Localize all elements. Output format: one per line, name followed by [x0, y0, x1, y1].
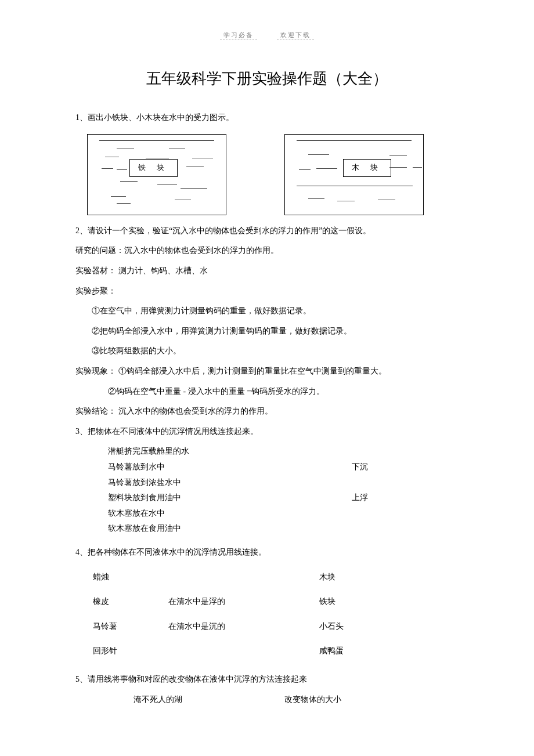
q4-c3-1: 木块 [319, 570, 389, 585]
q2-phenomena: 实验现象： ①钩码全部浸入水中后，测力计测量到的重量比在空气中测量到的重量大。 [75, 364, 459, 379]
header-left: 学习必备 [220, 31, 257, 39]
q4-c1-4: 回形针 [93, 643, 168, 659]
q2-apparatus-text: 测力计、钩码、水槽、水 [116, 266, 208, 275]
q3-left-1: 潜艇挤完压载舱里的水 [108, 444, 352, 460]
q2-conclusion-text: 沉入水中的物体也会受到水的浮力的作用。 [116, 407, 273, 415]
q4-c3-4: 咸鸭蛋 [319, 643, 389, 659]
page-header: 学习必备 欢迎下载 [75, 29, 459, 41]
q4-c2-2: 在清水中是浮的 [168, 594, 319, 610]
q4-c2-1 [168, 570, 319, 585]
q2-phenomena-1: ①钩码全部浸入水中后，测力计测量到的重量比在空气中测量到的重量大。 [116, 367, 387, 375]
q2-apparatus-label: 实验器材： [75, 266, 116, 275]
page-title: 五年级科学下册实验操作题（大全） [75, 64, 459, 93]
q2-step-2: ②把钩码全部浸入水中，用弹簧测力计测量钩码的重量，做好数据记录。 [75, 324, 459, 339]
q3-left-2: 马铃薯放到水中 [108, 460, 352, 475]
q2-step-3: ③比较两组数据的大小。 [75, 343, 459, 359]
q3-left-4: 塑料块放到食用油中 [108, 490, 352, 506]
q4-c1-3: 马铃薯 [93, 619, 168, 635]
q2-phenomena-2: ②钩码在空气中重量 - 浸入水中的重量 =钩码所受水的浮力。 [75, 384, 459, 400]
q2-conclusion-label: 实验结论： [75, 407, 116, 415]
q5-prompt: 5、请用线将事物和对应的改变物体在液体中沉浮的方法连接起来 [75, 672, 459, 688]
q4-grid: 蜡烛 木块 橡皮 在清水中是浮的 铁块 马铃薯 在清水中是沉的 小石头 回形针 … [75, 565, 459, 664]
q3-left-6: 软木塞放在食用油中 [108, 521, 352, 537]
q3-left-5: 软木塞放在水中 [108, 506, 352, 522]
diagram-iron-label: 铁 块 [129, 159, 178, 177]
q2-apparatus: 实验器材： 测力计、钩码、水槽、水 [75, 263, 459, 279]
q2-problem-text: 沉入水中的物体也会受到水的浮力的作用。 [124, 246, 279, 255]
document-page: 学习必备 欢迎下载 五年级科学下册实验操作题（大全） 1、画出小铁块、小木块在水… [0, 0, 534, 742]
q4-c1-2: 橡皮 [93, 594, 168, 610]
q2-step-1: ①在空气中，用弹簧测力计测量钩码的重量，做好数据记录。 [75, 303, 459, 319]
q5-row: 淹不死人的湖 改变物体的大小 [75, 692, 459, 708]
q4-c2-3: 在清水中是沉的 [168, 619, 319, 635]
q3-right-2: 上浮 [352, 490, 368, 506]
q2-phenomena-label: 实验现象： [75, 367, 116, 375]
q4-c3-3: 小石头 [319, 619, 389, 635]
q3-list: 潜艇挤完压载舱里的水 马铃薯放到水中下沉 马铃薯放到浓盐水中 塑料块放到食用油中… [75, 444, 459, 537]
diagram-wood: 木 块 [284, 134, 424, 215]
q5-left: 淹不死人的湖 [134, 692, 284, 708]
header-right: 欢迎下载 [277, 31, 314, 39]
diagram-wood-label: 木 块 [343, 159, 391, 177]
q5-right: 改变物体的大小 [284, 692, 341, 708]
q2-problem: 研究的问题：沉入水中的物体也会受到水的浮力的作用。 [75, 243, 459, 259]
q4-c3-2: 铁块 [319, 594, 389, 610]
q4-c1-1: 蜡烛 [93, 570, 168, 585]
q3-left-3: 马铃薯放到浓盐水中 [108, 475, 352, 491]
q3-right-1: 下沉 [352, 460, 368, 475]
q4-c2-4 [168, 643, 319, 659]
q2-conclusion: 实验结论： 沉入水中的物体也会受到水的浮力的作用。 [75, 404, 459, 419]
q2-prompt: 2、请设计一个实验，验证“沉入水中的物体也会受到水的浮力的作用”的这一假设。 [75, 223, 459, 239]
q4-prompt: 4、把各种物体在不同液体水中的沉浮情况用线连接。 [75, 545, 459, 560]
diagram-iron: 铁 块 [87, 134, 226, 215]
q2-steps-label: 实验步聚： [75, 284, 459, 299]
q1-diagrams: 铁 块 木 块 [75, 131, 459, 221]
q1-prompt: 1、画出小铁块、小木块在水中的受力图示。 [75, 110, 459, 126]
q2-problem-label: 研究的问题： [75, 246, 124, 255]
q3-prompt: 3、把物体在不同液体中的沉浮情况用线连接起来。 [75, 424, 459, 440]
